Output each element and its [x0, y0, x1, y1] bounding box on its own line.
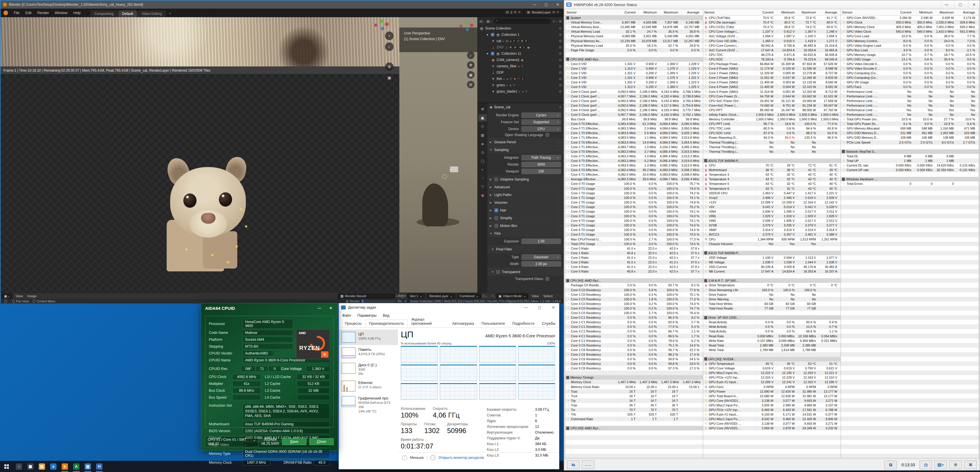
task-manager-titlebar[interactable]: Диспетчер задач — ▢ ✕ — [339, 303, 559, 312]
tab-Производительность[interactable]: Производительность — [365, 320, 407, 328]
sensor-row[interactable]: ◔Core 5 T0 Effective...4,082.4 MHz39.2 M… — [565, 168, 703, 172]
sensor-row[interactable]: ϟVIN62.006 V1.995 V2.017 V2.012 V — [703, 219, 841, 223]
sensor-row[interactable]: ◔Memory Controller ...1,500.0 MHz1,500.0… — [703, 117, 841, 122]
sensor-row[interactable]: ϟCore 0 VID1.331 V0.906 V1.369 V1.228 V — [565, 62, 703, 66]
tab-Подробности[interactable]: Подробности — [509, 320, 538, 328]
sensor-section[interactable]: Memory Timings — [565, 375, 703, 380]
sensor-row[interactable]: ◔Total Activity0.5 %0.0 %66.6 %1.1 % — [703, 329, 841, 334]
sensor-row[interactable]: ◔Thermal Throttling (...NoNoNo — [703, 140, 841, 145]
task-manager-icon[interactable]: ▥ — [82, 461, 94, 472]
visibility-eye-icon[interactable]: ⊙ — [559, 45, 562, 49]
visibility-eye-icon[interactable]: ⊙ — [559, 64, 562, 68]
sensor-row[interactable]: ◔Trfc525 T525 T525 T — [565, 412, 703, 417]
remote-sensors-button[interactable]: ⧉ — [884, 461, 897, 469]
close-icon[interactable]: ✕ — [548, 303, 559, 312]
aida64-icon[interactable]: A — [71, 461, 82, 472]
view-layer-selector[interactable]: ▦RenderLayer⧉✕ — [524, 10, 562, 15]
mode-select[interactable]: ▣Object Mode ⌄ — [496, 293, 529, 299]
sensor-row[interactable]: ◔GPU Video Encode 0 ...0.0 %0.0 %0.0 %0.… — [841, 66, 978, 71]
blender-titlebar[interactable]: Blender [C:\Users\TestSetup\Desktop\Blen… — [1, 1, 563, 9]
sensor-row[interactable]: ϟCore 3 VID1.331 V0.906 V1.375 V1.231 V — [565, 75, 703, 80]
zoom-icon[interactable]: ⌕ — [467, 52, 474, 59]
slot-select[interactable]: Slot 1 ⌄ — [407, 293, 425, 299]
sensor-row[interactable]: ◔Core 4 Ratio41.0 x22.0 x42.0 x37.8 x — [565, 265, 703, 269]
sensor-row[interactable]: ϟVIN51.929 V1.918 V1.929 V1.928 V — [703, 214, 841, 219]
sensor-row[interactable]: ◔GPU Fan10.0 %0.0 %0.0 %0.0 % — [841, 84, 978, 89]
sensor-row[interactable]: ◔Trp16 T16 T16 T — [565, 398, 703, 403]
sensor-row[interactable]: ◔Max CPU/Thread U...100.0 %2.7 %100.0 %7… — [565, 237, 703, 242]
zoom-icon[interactable]: ⌕ — [385, 43, 394, 51]
sensor-row[interactable]: ϟGPU Misc2 Input Po...3.055 W2.995 W4.86… — [703, 403, 841, 407]
sensor-row[interactable]: ◔GPU Bus Load3.0 %0.0 %8.0 %2.1 % — [841, 48, 978, 52]
panel-motion-blur[interactable]: ▶Motion Blur:::: — [487, 222, 563, 230]
close-icon[interactable]: ✕ — [552, 1, 563, 9]
sensor-row[interactable]: ϟGPU Core (NVVDD) ...2.959 W2.878 W24.34… — [703, 426, 841, 431]
sidebar-item-eth[interactable]: EthernetО: 0 П: 0 кбит/с — [339, 378, 398, 394]
sensor-row[interactable]: ◔Core 5 T1 Effective...4,082.5 MHz20.6 M… — [565, 172, 703, 177]
sidebar-item-disk[interactable]: Диск 0 (C:)SSD0% — [339, 361, 398, 378]
sensor-row[interactable]: ◔Performance Limit - ...NoNoNoNo — [841, 112, 978, 117]
outliner-item-grass[interactable]: ▼grass◐●▽⊙ — [478, 82, 563, 88]
sensor-row[interactable]: ◔Core 2 T1 Usage100.0 %0.0 %100.0 %75.2 … — [565, 204, 703, 209]
visibility-eye-icon[interactable]: ⊙ — [559, 26, 562, 30]
panel-checkbox[interactable] — [496, 270, 500, 274]
tm-menu-Параметры[interactable]: Параметры — [358, 314, 377, 318]
sensor-row[interactable]: ◔Core 3 Clock (perf ...4,092.6 MHz2,196.… — [565, 103, 703, 108]
sensor-row[interactable]: ◔Core 2 C6 Residency0.0 %0.0 %98.2 %17.4… — [565, 352, 703, 357]
sensor-section[interactable]: CPU [#0]: AMD Ryz... — [565, 426, 703, 431]
output-icon[interactable]: ⎙ — [478, 123, 487, 130]
sensor-row[interactable]: ◔CPU PPT Limit96.7 %18.6 %100.0 %77.0 % — [703, 122, 841, 126]
sensor-row[interactable]: ◔Command Rate1 T1 T1 T — [565, 417, 703, 421]
sensor-row[interactable]: ◔GPU Memory Allocated659 MB598 MB1,150 M… — [841, 126, 978, 131]
sensor-row[interactable]: ◔Physical Memory Used4,089 MB3,001 MB5,3… — [565, 34, 703, 38]
maximize-icon[interactable]: ▢ — [541, 1, 552, 9]
sensor-row[interactable]: ◔Bus Clock99.8 MHz99.8 MHz99.8 MHz99.8 M… — [565, 117, 703, 122]
sensor-row[interactable]: ◔Current UP rate0.000 KB/s0.000 KB/s32.3… — [841, 168, 978, 172]
sensor-row[interactable]: ◔Core 3 C1 Residency0.0 %0.0 %86.7 %1.1 … — [565, 329, 703, 334]
sensor-row[interactable]: ◔Total CPU Usage100.0 %0.5 %100.0 %74.5 … — [565, 242, 703, 246]
panel-hair[interactable]: ▶✓Hair:::: — [487, 206, 563, 214]
sensor-section[interactable]: Network: RealTek S... — [841, 149, 978, 154]
panel-sampling[interactable]: ▼Sampling:::: — [487, 146, 563, 154]
sensor-row[interactable]: ϟCPU Core Current (...40.941 A0.706 A45.… — [703, 43, 841, 48]
maximize-icon[interactable]: ▢ — [534, 303, 546, 312]
outliner-item-env[interactable]: ⊥ENV⊥▼10✦2◉⊙ — [478, 44, 563, 51]
tm-menu-Файл[interactable]: Файл — [342, 314, 351, 318]
sensor-row[interactable]: ◔Core 4 T1 Effective...4,083.5 MHz1.3 MH… — [565, 163, 703, 168]
sensor-row[interactable]: ◔Core 0 C6 Residency0.0 %0.0 %75.1 %14.0… — [565, 343, 703, 348]
sensor-section[interactable]: System — [565, 16, 703, 20]
minimize-icon[interactable]: — — [313, 303, 325, 313]
sensor-row[interactable]: ◔Virtual Memory Avai...13,495 MB12,545 M… — [565, 25, 703, 29]
sensor-row[interactable]: ◔GPU D3D Memory D...511 MB451 MB1,002 MB… — [841, 131, 978, 135]
sensor-row[interactable]: ϟGPU Core (NVVDD) ...3.284 W2.945 W5.939… — [841, 16, 978, 20]
sensor-row[interactable]: ◔Core 4 C6 Residency0.0 %0.0 %99.8 %23.6… — [565, 361, 703, 366]
collection-checkbox[interactable]: ✓ — [491, 52, 494, 55]
value-select[interactable]: Supported — [521, 119, 561, 125]
sensor-row[interactable]: ◔GPU Memory Usage10.7 %9.7 %18.7 %10.9 % — [841, 52, 978, 57]
copy-icon[interactable]: ⧉ — [514, 10, 516, 14]
physics-icon[interactable]: ◐ — [478, 166, 487, 173]
sensor-row[interactable]: ◔Core 1 Ratio40.8 x22.0 x42.0 x37.5 x — [565, 251, 703, 255]
sensor-row[interactable]: ◔Core 3 C0 Residency100.0 %0.2 %100.0 %7… — [565, 301, 703, 306]
search-icon[interactable]: ○ — [13, 461, 25, 472]
sensor-row[interactable]: ϟ+5V5.041 V5.014 V5.041 V5.028 V — [703, 204, 841, 209]
sensor-row[interactable]: ϟGPU Power12.680 W12.626 W31.980 W13.177… — [703, 389, 841, 394]
sidebar-item-mem[interactable]: Память4,0/15,9 ГБ (25%) — [339, 345, 398, 361]
sensor-row[interactable]: ▮Temperature 443 °C32 °C43 °C40 °C — [703, 177, 841, 181]
sensor-row[interactable]: ◔Core 4 C0 Residency100.0 %0.2 %100.0 %7… — [565, 306, 703, 310]
tab-Службы[interactable]: Службы — [538, 320, 559, 328]
visibility-eye-icon[interactable]: ⊙ — [559, 39, 562, 43]
sensor-row[interactable]: ϟVDDCR CPU1.363 V0.447 V1.417 V1.221 V — [703, 191, 841, 195]
tab-Пользователи[interactable]: Пользователи — [478, 320, 509, 328]
sensor-row[interactable]: ◔Drive Remaining Life100.0 %100.0 %100.0… — [703, 288, 841, 292]
sensor-row[interactable]: ϟGPU PCIe +12V Inp...6.465 W6.433 W17.58… — [703, 407, 841, 412]
scene-icon[interactable]: ◈ — [478, 140, 487, 147]
sensor-row[interactable]: ◔Core 3 Ratio41.0 x22.0 x41.3 x37.6 x — [565, 260, 703, 265]
sensor-row[interactable]: ϟCPU EDC78.333 A0.784 A79.223 A58.045 A — [703, 57, 841, 62]
copy-icon[interactable]: ⧉ — [552, 10, 555, 14]
scene-selector[interactable]: ▤2⧉✕ — [503, 10, 523, 15]
outliner-item-dof[interactable]: ⊥DOF⊙ — [478, 69, 563, 76]
panel-checkbox[interactable] — [494, 177, 498, 181]
sensor-row[interactable]: ▮Drive Temperature0 °C0 °C3 °C0 °C — [703, 283, 841, 287]
sensor-section[interactable]: ASUS TUF B450M-P... — [703, 251, 841, 255]
